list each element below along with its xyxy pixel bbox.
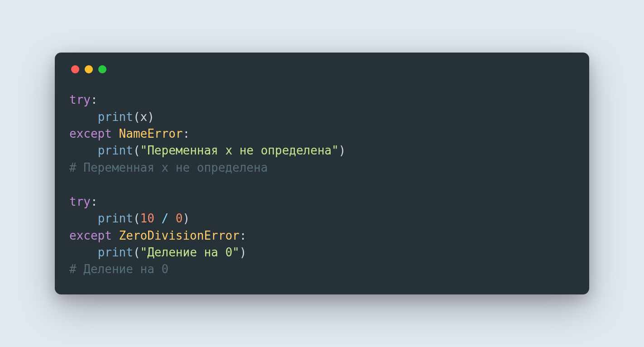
fn-print: print [98,212,133,225]
op-divide: / [162,212,169,225]
rparen: ) [240,246,247,259]
lparen: ( [133,246,140,259]
indent [69,212,98,225]
fn-print: print [98,144,133,157]
minimize-icon[interactable] [85,65,93,73]
comment: # Деление на 0 [69,262,168,276]
class-nameerror: NameError [119,127,183,140]
string-literal: "Переменная x не определена" [140,144,339,157]
code-window: try: print(x) except NameError: print("П… [55,53,589,294]
close-icon[interactable] [71,65,79,73]
fn-print: print [98,110,133,124]
string-literal: "Деление на 0" [140,246,240,259]
keyword-except: except [69,229,112,242]
fn-print: print [98,246,133,259]
comment: # Переменная x не определена [69,161,268,174]
lparen: ( [133,212,140,225]
rparen: ) [183,212,190,225]
indent [69,110,98,124]
space [112,229,119,242]
number-0: 0 [176,212,183,225]
colon: : [240,229,247,242]
indent [69,144,98,157]
space [154,212,162,225]
indent [69,246,98,259]
code-block: try: print(x) except NameError: print("П… [69,92,575,278]
space [112,127,119,140]
keyword-except: except [69,127,112,140]
keyword-try: try [69,195,91,208]
class-zerodivisionerror: ZeroDivisionError [119,229,240,242]
colon: : [183,127,190,140]
lparen: ( [133,110,140,124]
window-titlebar [71,65,575,73]
rparen: ) [339,144,346,157]
lparen: ( [133,144,140,157]
var-x: x [140,110,148,124]
space [168,212,176,225]
maximize-icon[interactable] [98,65,106,73]
keyword-try: try [69,93,91,106]
colon: : [91,93,98,106]
colon: : [91,195,98,208]
number-10: 10 [140,212,154,225]
rparen: ) [147,110,154,124]
